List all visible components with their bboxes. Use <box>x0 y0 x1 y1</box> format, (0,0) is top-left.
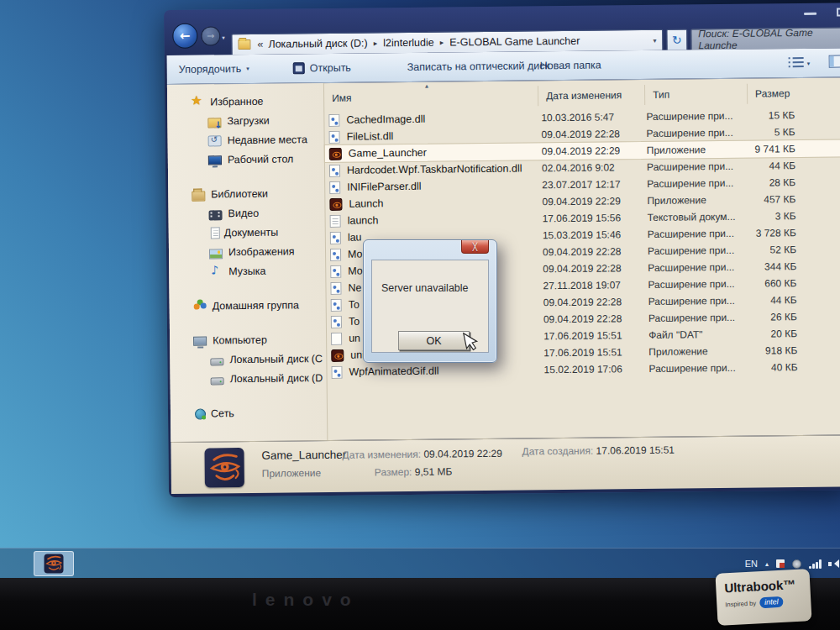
file-date: 17.06.2019 15:51 <box>541 346 648 359</box>
breadcrumb-drive[interactable]: Локальный диск (D:) <box>268 37 367 50</box>
file-type: Файл "DAT" <box>648 328 750 341</box>
show-hidden-icons-button[interactable]: ▴ <box>765 560 769 568</box>
sidebar-item[interactable]: Рабочий стол <box>168 149 324 170</box>
launcher-eye-icon <box>204 448 244 487</box>
sidebar-item[interactable]: Локальный диск (C <box>170 349 326 370</box>
dll-file-icon <box>330 281 341 294</box>
file-date: 09.04.2019 22:28 <box>540 262 647 275</box>
sidebar-group: Сеть <box>171 402 327 423</box>
sidebar-item-label: Рабочий стол <box>228 153 294 165</box>
file-type: Приложение <box>648 345 750 358</box>
details-file-type: Приложение <box>262 467 322 480</box>
file-type: Расширение при... <box>647 261 749 274</box>
file-name: launch <box>348 214 379 226</box>
file-date: 27.11.2018 19:07 <box>540 279 647 291</box>
windows-update-icon[interactable] <box>792 559 801 569</box>
organize-button[interactable]: Упорядочить ▾ <box>179 55 249 84</box>
explorer-main: ИзбранноеЗагрузкиНедавние местаРабочий с… <box>167 77 840 441</box>
search-input[interactable]: Поиск: E-GLOBAL Game Launche <box>690 27 840 50</box>
sticker-subtitle: Inspired by <box>725 599 756 608</box>
file-type: Приложение <box>646 194 748 207</box>
ultrabook-sticker: Ultrabook™ Inspired by intel <box>715 569 811 626</box>
file-date: 09.04.2019 22:29 <box>539 195 646 207</box>
breadcrumb-current[interactable]: E-GLOBAL Game Launcher <box>449 35 580 49</box>
close-icon[interactable]: ╳ <box>461 240 489 254</box>
language-indicator[interactable]: EN <box>745 559 758 569</box>
intel-logo: intel <box>759 596 784 608</box>
file-date: 09.04.2019 22:28 <box>541 312 648 325</box>
sidebar-item[interactable]: Домашняя группа <box>170 295 326 316</box>
lenovo-logo: lenovo <box>252 590 360 610</box>
details-created: Дата создания: 17.06.2019 15:51 <box>522 444 675 458</box>
pic-icon <box>209 249 223 259</box>
file-date: 09.04.2019 22:28 <box>541 296 648 308</box>
column-header-date[interactable]: Дата изменения <box>538 85 645 106</box>
sidebar-item-label: Загрузки <box>227 114 269 127</box>
file-type: Расширение при... <box>647 228 749 240</box>
history-dropdown-caret[interactable]: ▾ <box>222 34 225 41</box>
file-date: 23.07.2017 12:17 <box>539 178 646 191</box>
file-size: 44 КБ <box>750 294 797 307</box>
file-date: 17.06.2019 15:51 <box>541 329 648 342</box>
file-date: 10.03.2016 5:47 <box>538 111 645 123</box>
video-icon <box>208 210 222 220</box>
file-size: 344 КБ <box>749 260 796 273</box>
action-center-icon[interactable] <box>776 559 785 568</box>
file-date: 15.02.2019 17:06 <box>541 363 648 375</box>
file-name: Hardcodet.Wpf.TaskbarNotification.dll <box>347 163 522 176</box>
refresh-button[interactable]: ↻ <box>666 29 687 50</box>
address-dropdown-caret[interactable]: ▾ <box>653 36 659 44</box>
network-signal-icon[interactable] <box>809 559 821 569</box>
file-name: INIFileParser.dll <box>347 181 421 193</box>
file-type: Расширение при... <box>646 177 748 190</box>
column-header-name[interactable]: Имя <box>324 86 538 108</box>
sidebar-group: Домашняя группа <box>170 295 326 316</box>
application-icon <box>293 62 305 74</box>
txt-file-icon <box>330 214 341 227</box>
file-size: 9 741 КБ <box>748 143 795 155</box>
breadcrumb-folder[interactable]: l2interludie <box>383 37 434 50</box>
dll-file-icon <box>328 113 339 126</box>
file-size: 3 КБ <box>749 210 796 223</box>
sidebar-item[interactable]: Локальный диск (D <box>170 368 326 389</box>
sidebar-item[interactable]: Компьютер <box>170 329 326 350</box>
sidebar-item-label: Изображения <box>228 245 295 258</box>
sidebar-item[interactable]: Избранное <box>167 91 323 112</box>
file-date: 09.04.2019 22:28 <box>540 245 647 258</box>
network-icon <box>195 409 206 420</box>
change-view-button[interactable] <box>789 55 804 69</box>
column-header-size[interactable]: Размер <box>748 83 840 104</box>
sidebar-item-label: Сеть <box>211 407 234 419</box>
sidebar-item[interactable]: Загрузки <box>167 110 323 131</box>
new-folder-button[interactable]: Новая папка <box>540 51 601 81</box>
folder-icon <box>238 39 250 50</box>
sidebar-item[interactable]: Сеть <box>171 402 327 423</box>
music-icon <box>209 265 223 278</box>
sidebar-item[interactable]: Изображения <box>169 241 325 262</box>
back-button[interactable]: ← <box>172 24 197 49</box>
sidebar-item[interactable]: Документы <box>169 222 325 243</box>
taskbar-launcher-button[interactable] <box>34 551 74 576</box>
views-dropdown-caret[interactable]: ▾ <box>807 60 811 67</box>
downloads-icon <box>207 118 221 128</box>
details-pane: Game_Launcher Приложение Дата изменения:… <box>171 434 840 493</box>
sidebar-item[interactable]: Видео <box>168 202 324 223</box>
column-header-type[interactable]: Тип <box>645 84 748 105</box>
preview-pane-button[interactable] <box>829 55 840 68</box>
volume-icon[interactable] <box>828 559 838 569</box>
breadcrumb-overflow-chevron[interactable]: « <box>257 39 263 50</box>
file-type: Приложение <box>646 144 748 156</box>
libraries-icon <box>192 191 205 201</box>
sidebar-item[interactable]: Библиотеки <box>168 183 324 204</box>
laptop-bezel: lenovo Ultrabook™ Inspired by intel <box>0 578 840 630</box>
burn-disc-button[interactable]: Записать на оптический диск <box>407 51 550 81</box>
forward-button[interactable]: → <box>201 26 220 45</box>
file-type: Расширение при... <box>646 160 748 173</box>
file-size: 15 КБ <box>748 109 795 122</box>
recent-icon <box>208 135 222 146</box>
dll-file-icon <box>331 315 342 328</box>
sidebar-item[interactable]: Музыка <box>169 260 325 281</box>
sidebar-item[interactable]: Недавние места <box>168 129 324 150</box>
file-name: lau <box>348 232 362 244</box>
open-button[interactable]: Открыть <box>293 54 351 83</box>
